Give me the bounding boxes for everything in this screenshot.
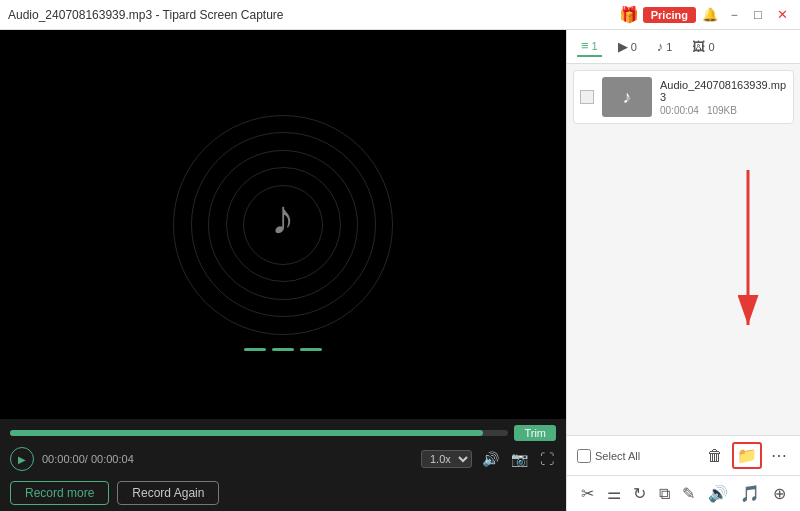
trim-button[interactable]: Trim: [514, 425, 556, 441]
export-folder-button[interactable]: 📁: [732, 442, 762, 469]
rotate-button[interactable]: ↻: [629, 482, 650, 505]
title-bar-right: 🎁 Pricing 🔔 － □ ✕: [619, 5, 792, 25]
list-tab-count: 1: [592, 40, 598, 52]
tabs-row: ≡ 1 ▶ 0 ♪ 1 🖼 0: [567, 30, 800, 64]
edit-button[interactable]: ✎: [678, 482, 699, 505]
maximize-button[interactable]: □: [748, 5, 768, 25]
file-name: Audio_240708163939.mp3: [660, 79, 787, 103]
music-visualization: ♪: [173, 115, 393, 335]
tab-audio[interactable]: ♪ 1: [653, 37, 677, 56]
cut-button[interactable]: ✂: [577, 482, 598, 505]
select-all-checkbox[interactable]: [577, 449, 591, 463]
progress-bar-container[interactable]: [10, 430, 508, 436]
player-panel: ♪ Trim ▶ 00:00:00/ 00:00:04: [0, 30, 566, 511]
video-area: ♪: [0, 30, 566, 419]
right-panel: ≡ 1 ▶ 0 ♪ 1 🖼 0 ♪: [566, 30, 800, 511]
select-all-area: Select All: [577, 449, 698, 463]
controls-area: Trim ▶ 00:00:00/ 00:00:04 1.0x 0.5x 1.5x…: [0, 419, 566, 475]
video-tab-count: 0: [631, 41, 637, 53]
progress-row: Trim: [10, 425, 556, 441]
time-display: 00:00:00/ 00:00:04: [42, 453, 134, 465]
pricing-button[interactable]: Pricing: [643, 7, 696, 23]
file-info: Audio_240708163939.mp3 00:00:04 109KB: [660, 79, 787, 116]
minimize-button[interactable]: －: [724, 5, 744, 25]
record-again-button[interactable]: Record Again: [117, 481, 219, 505]
bottom-buttons: Record more Record Again: [0, 475, 566, 511]
file-list: ♪ Audio_240708163939.mp3 00:00:04 109KB: [567, 64, 800, 435]
delete-button[interactable]: 🗑: [704, 445, 726, 467]
file-checkbox[interactable]: [580, 90, 594, 104]
gift-icon: 🎁: [619, 5, 639, 24]
audio-tab-count: 1: [666, 41, 672, 53]
right-bottom-toolbar: Select All 🗑 📁 ⋯: [567, 435, 800, 475]
speed-select[interactable]: 1.0x 0.5x 1.5x 2.0x: [421, 450, 472, 468]
more-options-button[interactable]: ⋯: [768, 444, 790, 467]
list-item[interactable]: ♪ Audio_240708163939.mp3 00:00:04 109KB: [573, 70, 794, 124]
file-meta: 00:00:04 109KB: [660, 105, 787, 116]
dash-3: [300, 348, 322, 351]
app-title: Audio_240708163939.mp3 - Tipard Screen C…: [8, 8, 284, 22]
list-tab-icon: ≡: [581, 38, 589, 53]
image-tab-count: 0: [708, 41, 714, 53]
volume-button[interactable]: 🔊: [704, 482, 732, 505]
music-dashes: [244, 348, 322, 351]
title-bar-left: Audio_240708163939.mp3 - Tipard Screen C…: [8, 8, 284, 22]
select-all-label: Select All: [595, 450, 640, 462]
close-button[interactable]: ✕: [772, 5, 792, 25]
edit-toolbar: ✂ ⚌ ↻ ⧉ ✎ 🔊 🎵 ⊕: [567, 475, 800, 511]
adjust-button[interactable]: ⚌: [603, 482, 625, 505]
title-bar: Audio_240708163939.mp3 - Tipard Screen C…: [0, 0, 800, 30]
bell-icon[interactable]: 🔔: [700, 5, 720, 25]
camera-icon-btn[interactable]: 📷: [509, 449, 530, 469]
play-button[interactable]: ▶: [10, 447, 34, 471]
music-note-icon: ♪: [271, 190, 295, 245]
tab-video[interactable]: ▶ 0: [614, 37, 641, 56]
record-more-button[interactable]: Record more: [10, 481, 109, 505]
file-size: 109KB: [707, 105, 737, 116]
audio-button[interactable]: 🎵: [736, 482, 764, 505]
more-edit-button[interactable]: ⊕: [769, 482, 790, 505]
image-tab-icon: 🖼: [692, 39, 705, 54]
fullscreen-icon-btn[interactable]: ⛶: [538, 449, 556, 469]
video-tab-icon: ▶: [618, 39, 628, 54]
tab-image[interactable]: 🖼 0: [688, 37, 718, 56]
dash-2: [272, 348, 294, 351]
file-thumbnail: ♪: [602, 77, 652, 117]
music-thumb-icon: ♪: [623, 87, 632, 108]
dash-1: [244, 348, 266, 351]
main-layout: ♪ Trim ▶ 00:00:00/ 00:00:04: [0, 30, 800, 511]
red-arrow-indicator: [718, 160, 778, 340]
playback-row: ▶ 00:00:00/ 00:00:04 1.0x 0.5x 1.5x 2.0x…: [10, 447, 556, 471]
progress-bar-fill: [10, 430, 483, 436]
tab-list[interactable]: ≡ 1: [577, 36, 602, 57]
volume-icon-btn[interactable]: 🔊: [480, 449, 501, 469]
audio-tab-icon: ♪: [657, 39, 664, 54]
file-duration: 00:00:04: [660, 105, 699, 116]
copy-button[interactable]: ⧉: [655, 483, 674, 505]
